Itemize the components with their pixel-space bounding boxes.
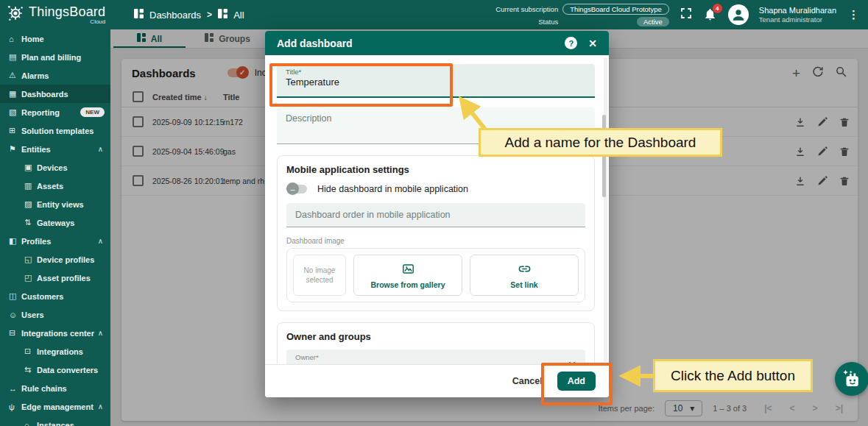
- sidebar-item-gateways[interactable]: ⇅ Gateways: [0, 213, 110, 232]
- customers-icon: ◫: [9, 291, 21, 301]
- sidebar-item-label: Data converters: [37, 366, 98, 374]
- app-subtitle: Cloud: [29, 18, 105, 25]
- breadcrumb: Dashboards > All: [134, 9, 244, 21]
- sidebar-item-label: Dashboards: [21, 90, 68, 99]
- sidebar-item-device-profiles[interactable]: ◱ Device profiles: [0, 250, 110, 269]
- sidebar-item-integrations[interactable]: ⊡ Integrations: [0, 342, 110, 361]
- sidebar-item-assets[interactable]: ▥ Assets: [0, 177, 110, 195]
- user-role: Tenant administrator: [759, 15, 836, 24]
- dashboard-order-field[interactable]: Dashboard order in mobile application: [286, 203, 585, 227]
- sidebar-item-alarms[interactable]: ⚠ Alarms: [0, 66, 110, 85]
- mobile-settings-title: Mobile application settings: [286, 164, 585, 175]
- sidebar-item-label: Reporting: [21, 108, 60, 117]
- set-link-button[interactable]: Set link: [470, 255, 579, 296]
- breadcrumb-current[interactable]: All: [233, 10, 244, 21]
- sidebar-item-entities[interactable]: ⚑ Entities ∧: [0, 140, 110, 158]
- breadcrumb-root[interactable]: Dashboards: [149, 10, 201, 21]
- gateways-icon: ⇅: [24, 218, 37, 227]
- sidebar-item-devices[interactable]: ▣ Devices: [0, 158, 110, 177]
- sidebar-item-entity-views[interactable]: ▨ Entity views: [0, 195, 110, 213]
- notifications-bell-icon[interactable]: 4: [703, 7, 718, 22]
- sidebar-item-solution-templates[interactable]: ⊞ Solution templates: [0, 121, 110, 140]
- sidebar-item-label: Assets: [37, 182, 63, 191]
- fullscreen-icon[interactable]: [680, 7, 693, 23]
- sidebar-item-integrations-center[interactable]: ⊟ Integrations center ∧: [0, 324, 110, 342]
- owner-field-label: Owner*: [295, 353, 576, 361]
- edge-management-icon: ψ: [9, 402, 21, 411]
- sidebar-item-edge-management[interactable]: ψ Edge management ∧: [0, 397, 110, 416]
- sidebar-item-label: Asset profiles: [37, 274, 91, 283]
- help-icon[interactable]: ?: [565, 37, 577, 49]
- sidebar-item-label: Plan and billing: [21, 53, 81, 62]
- user-name: Shapna Muralidharan: [759, 6, 836, 15]
- chevron-up-icon[interactable]: ∧: [98, 402, 103, 411]
- status-badge: Active: [637, 17, 669, 26]
- chevron-up-icon[interactable]: ∧: [98, 237, 103, 245]
- dialog-scrollbar[interactable]: [604, 57, 607, 362]
- browse-gallery-label: Browse from gallery: [371, 280, 445, 289]
- mobile-settings-card: Mobile application settings – Hide dashb…: [277, 155, 595, 311]
- owner-groups-card: Owner and groups Owner* shapna@dekist.co…: [277, 322, 595, 364]
- sidebar-item-customers[interactable]: ◫ Customers: [0, 287, 110, 305]
- sidebar-item-profiles[interactable]: ◧ Profiles ∧: [0, 232, 110, 250]
- browse-gallery-button[interactable]: Browse from gallery: [353, 255, 462, 296]
- sidebar-item-label: Home: [21, 35, 44, 43]
- entity-views-icon: ▨: [24, 199, 37, 209]
- sidebar-item-rule-chains[interactable]: ↔ Rule chains: [0, 379, 110, 397]
- toggle-off-icon: –: [286, 182, 299, 195]
- dashboards-grid-icon: [218, 9, 227, 21]
- sidebar-item-label: Entity views: [37, 200, 84, 209]
- owner-field[interactable]: Owner* shapna@dekist.com ✕: [286, 349, 585, 364]
- chevron-up-icon[interactable]: ∧: [98, 145, 103, 153]
- sidebar-item-label: Users: [21, 310, 44, 319]
- description-placeholder: Description: [286, 113, 586, 124]
- subscription-plan-badge[interactable]: ThingsBoard Cloud Prototype: [562, 4, 669, 15]
- sidebar-item-instances[interactable]: ○ Instances: [0, 416, 110, 426]
- app-logo[interactable]: ThingsBoard Cloud: [0, 4, 118, 26]
- avatar[interactable]: [728, 4, 749, 25]
- link-icon: [518, 262, 532, 277]
- app-header: ThingsBoard Cloud Dashboards > All Curre…: [0, 0, 868, 29]
- sidebar-item-label: Rule chains: [21, 384, 67, 393]
- devices-icon: ▣: [24, 163, 37, 172]
- sidebar-item-label: Entities: [21, 145, 51, 154]
- thingsboard-logo-icon: [6, 4, 25, 26]
- sidebar-item-asset-profiles[interactable]: ◰ Asset profiles: [0, 269, 110, 287]
- sidebar-nav: ⌂ Home ▤ Plan and billing ⚠ Alarms ▦ Das…: [0, 29, 110, 426]
- dialog-title: Add dashboard: [277, 38, 353, 49]
- sidebar-item-label: Edge management: [21, 402, 93, 411]
- sidebar-item-dashboards[interactable]: ▦ Dashboards: [0, 85, 110, 103]
- dialog-header: Add dashboard ? ✕: [265, 31, 609, 55]
- dashboard-order-placeholder: Dashboard order in mobile application: [295, 210, 451, 220]
- sidebar-item-users[interactable]: ☺ Users: [0, 305, 110, 324]
- solution-templates-icon: ⊞: [9, 126, 21, 135]
- highlight-rect-title-field: [269, 63, 453, 107]
- sidebar-item-label: Solution templates: [21, 127, 93, 135]
- dashboard-image-box: No image selected Browse from gallery Se…: [286, 248, 585, 302]
- hide-dashboard-toggle[interactable]: –: [288, 185, 307, 194]
- sidebar-item-label: Instances: [37, 421, 74, 426]
- close-icon[interactable]: ✕: [588, 38, 597, 49]
- sidebar-item-data-converters[interactable]: ⇆ Data converters: [0, 361, 110, 379]
- plan-and-billing-icon: ▤: [9, 52, 21, 62]
- highlight-rect-add-button: [541, 363, 613, 405]
- sidebar-item-label: Devices: [37, 163, 68, 172]
- sidebar-item-reporting[interactable]: ▧ Reporting NEW: [0, 103, 110, 121]
- sidebar-item-plan-and-billing[interactable]: ▤ Plan and billing: [0, 48, 110, 66]
- screen: ThingsBoard Cloud Dashboards > All Curre…: [0, 0, 868, 426]
- more-vert-icon[interactable]: ⋮: [847, 8, 861, 21]
- owner-groups-title: Owner and groups: [286, 331, 585, 342]
- assistant-chat-button[interactable]: [835, 362, 868, 396]
- sidebar-item-label: Device profiles: [37, 255, 94, 264]
- sidebar-item-label: Alarms: [21, 71, 49, 80]
- assets-icon: ▥: [24, 181, 37, 191]
- no-image-placeholder: No image selected: [293, 255, 346, 296]
- breadcrumb-separator: >: [207, 10, 212, 20]
- subscription-info: Current subscription ThingsBoard Cloud P…: [495, 4, 669, 26]
- user-info[interactable]: Shapna Muralidharan Tenant administrator: [759, 6, 836, 24]
- rule-chains-icon: ↔: [9, 384, 21, 393]
- cancel-button[interactable]: Cancel: [512, 376, 543, 386]
- sidebar-item-home[interactable]: ⌂ Home: [0, 29, 110, 48]
- chevron-up-icon[interactable]: ∧: [98, 329, 103, 337]
- sidebar-item-label: Gateways: [37, 219, 74, 227]
